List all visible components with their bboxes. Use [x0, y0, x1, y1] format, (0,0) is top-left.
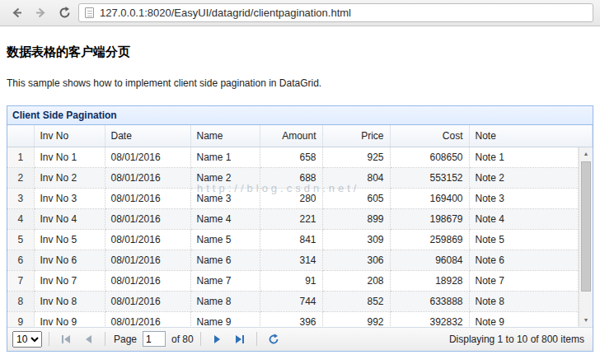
name-cell: Name 7 — [190, 271, 260, 292]
invno-cell: Inv No 3 — [34, 189, 105, 209]
forward-button[interactable] — [30, 3, 50, 23]
table-row[interactable]: 6 Inv No 6 08/01/2016 Name 6 314 306 960… — [7, 250, 579, 271]
amount-cell: 280 — [260, 189, 322, 209]
address-bar[interactable]: 127.0.0.1:8020/EasyUI/datagrid/clientpag… — [78, 3, 593, 22]
amount-cell: 314 — [260, 250, 322, 271]
note-cell: Note 4 — [469, 209, 579, 230]
note-cell: Note 7 — [469, 271, 579, 292]
pager-separator — [105, 332, 105, 346]
amount-cell: 658 — [260, 147, 322, 168]
header-note[interactable]: Note — [469, 125, 593, 147]
back-icon — [10, 6, 24, 20]
name-cell: Name 1 — [190, 147, 260, 168]
amount-cell: 744 — [260, 292, 322, 312]
invno-cell: Inv No 1 — [34, 147, 105, 168]
header-name[interactable]: Name — [190, 125, 260, 147]
name-cell: Name 4 — [190, 209, 260, 230]
cost-cell: 608650 — [390, 147, 469, 168]
scroll-down-button[interactable]: ▼ — [579, 314, 593, 327]
url-text: 127.0.0.1:8020/EasyUI/datagrid/clientpag… — [100, 7, 351, 19]
table-row[interactable]: 5 Inv No 5 08/01/2016 Name 5 841 309 259… — [7, 230, 579, 250]
cost-cell: 18928 — [390, 271, 469, 292]
forward-icon — [34, 6, 48, 20]
date-cell: 08/01/2016 — [105, 292, 190, 312]
header-amount[interactable]: Amount — [260, 125, 322, 147]
reload-button[interactable] — [54, 3, 74, 23]
cost-cell: 553152 — [390, 168, 469, 189]
row-number-cell: 6 — [7, 250, 34, 271]
name-cell: Name 8 — [190, 292, 260, 312]
invno-cell: Inv No 6 — [34, 250, 105, 271]
vertical-scrollbar[interactable]: ▲ ▼ — [579, 147, 593, 327]
first-page-button[interactable] — [56, 330, 76, 348]
note-cell: Note 8 — [469, 292, 579, 312]
row-number-cell: 4 — [7, 209, 34, 230]
header-rownumber — [7, 125, 34, 147]
price-cell: 899 — [322, 209, 390, 230]
pager-separator — [200, 332, 201, 346]
row-number-cell: 3 — [7, 189, 34, 209]
cost-cell: 633888 — [390, 292, 469, 312]
price-cell: 852 — [322, 292, 390, 312]
date-cell: 08/01/2016 — [105, 271, 190, 292]
note-cell: Note 5 — [469, 230, 579, 250]
price-cell: 992 — [322, 312, 390, 327]
reload-icon — [58, 6, 72, 20]
cost-cell: 96084 — [390, 250, 469, 271]
scroll-thumb[interactable] — [581, 161, 591, 292]
amount-cell: 688 — [260, 168, 322, 189]
date-cell: 08/01/2016 — [105, 168, 190, 189]
refresh-button[interactable] — [264, 330, 284, 348]
cost-cell: 198679 — [390, 209, 469, 230]
panel-header: Client Side Pagination — [7, 106, 593, 125]
name-cell: Name 3 — [190, 189, 260, 209]
row-number-cell: 2 — [7, 168, 34, 189]
grid-body: 1 Inv No 1 08/01/2016 Name 1 658 925 608… — [7, 147, 593, 327]
page-title: 数据表格的客户端分页 — [7, 44, 593, 60]
price-cell: 306 — [322, 250, 390, 271]
price-cell: 804 — [322, 168, 390, 189]
next-page-icon — [214, 335, 220, 343]
prev-page-button[interactable] — [78, 330, 98, 348]
table-row[interactable]: 4 Inv No 4 08/01/2016 Name 4 221 899 198… — [7, 209, 579, 230]
pagination-bar: 10 Page of 80 — [7, 327, 593, 351]
page-icon — [85, 7, 94, 18]
header-price[interactable]: Price — [322, 125, 390, 147]
header-invno[interactable]: Inv No — [34, 125, 105, 147]
price-cell: 208 — [322, 271, 390, 292]
cost-cell: 169400 — [390, 189, 469, 209]
price-cell: 605 — [322, 189, 390, 209]
header-date[interactable]: Date — [105, 125, 190, 147]
header-cost[interactable]: Cost — [390, 125, 469, 147]
table-row[interactable]: 2 Inv No 2 08/01/2016 Name 2 688 804 553… — [7, 168, 579, 189]
price-cell: 925 — [322, 147, 390, 168]
amount-cell: 396 — [260, 312, 322, 327]
price-cell: 309 — [322, 230, 390, 250]
table-row[interactable]: 8 Inv No 8 08/01/2016 Name 8 744 852 633… — [7, 292, 579, 312]
note-cell: Note 3 — [469, 189, 579, 209]
scroll-up-button[interactable]: ▲ — [579, 147, 593, 161]
cost-cell: 392832 — [390, 312, 469, 327]
datagrid-panel: Client Side Pagination Inv No Date Name … — [7, 105, 593, 352]
page-number-input[interactable] — [143, 331, 166, 347]
note-cell: Note 9 — [469, 312, 579, 327]
table-row[interactable]: 7 Inv No 7 08/01/2016 Name 7 91 208 1892… — [7, 271, 579, 292]
last-page-button[interactable] — [230, 330, 250, 348]
invno-cell: Inv No 5 — [34, 230, 105, 250]
note-cell: Note 2 — [469, 168, 579, 189]
name-cell: Name 2 — [190, 168, 260, 189]
row-number-cell: 7 — [7, 271, 34, 292]
note-cell: Note 6 — [469, 250, 579, 271]
table-row[interactable]: 3 Inv No 3 08/01/2016 Name 3 280 605 169… — [7, 189, 579, 209]
back-button[interactable] — [7, 3, 26, 23]
name-cell: Name 6 — [190, 250, 260, 271]
page-size-select[interactable]: 10 — [12, 331, 42, 348]
panel-title: Client Side Pagination — [12, 110, 117, 121]
table-row[interactable]: 1 Inv No 1 08/01/2016 Name 1 658 925 608… — [7, 147, 579, 168]
amount-cell: 91 — [260, 271, 322, 292]
table-row[interactable]: 9 Inv No 9 08/01/2016 Name 9 396 992 392… — [7, 312, 579, 327]
date-cell: 08/01/2016 — [105, 189, 190, 209]
invno-cell: Inv No 4 — [34, 209, 105, 230]
next-page-button[interactable] — [208, 330, 227, 348]
amount-cell: 841 — [260, 230, 322, 250]
